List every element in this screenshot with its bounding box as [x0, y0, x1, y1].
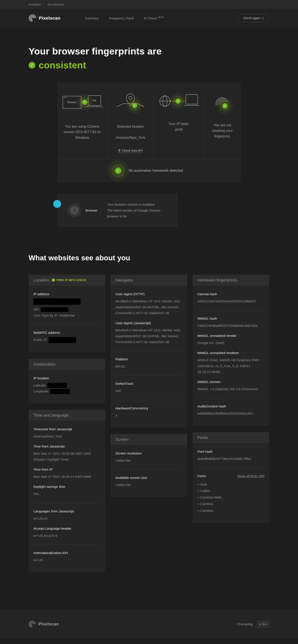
brand-name: Pixelscan: [39, 16, 60, 21]
nav-summary[interactable]: Summary: [85, 16, 99, 20]
column-navigator: Navigator User-Agent (HTTP) Mozilla/5.0 …: [111, 275, 187, 497]
main-header: Pixelscan Summary Frequency check IP Che…: [0, 9, 298, 28]
time-language-card: Time and language Timezone from Javascri…: [29, 410, 105, 572]
alert-accent-shape: [53, 200, 61, 208]
time-ip-row: Time from IP Mon Sep 27 2021 16:04:13 GM…: [33, 468, 100, 480]
ip-address-row: IP address ISP: User Type by IP: residen…: [33, 292, 100, 318]
divider: [197, 468, 264, 468]
nav-ip-check[interactable]: IP CheckBETA: [144, 16, 164, 20]
audiocontext-hash-row: AudioContext hash ba6689f9a1550fb5eef25d…: [197, 404, 264, 416]
font-list-item: + Calibri: [197, 488, 264, 494]
check-geo-api-link[interactable]: Check Geo API: [118, 149, 143, 153]
screen-resolution-row: Screen resolution 1366x768: [115, 452, 182, 464]
check-again-label: Check again: [243, 16, 260, 20]
browser-os-icon: Browser OS ✓: [62, 92, 103, 112]
divider: [115, 351, 182, 351]
hero-section: Your browser fingerprints are ✓ consiste…: [0, 45, 298, 227]
details-columns: Location ✓ FREE IP INFO CHECK IP address…: [29, 275, 269, 572]
font-list-item: + Candara: [197, 508, 264, 514]
webgl-hash-row: WebGL hash 23e917603bad832579268b48c2b87…: [197, 316, 264, 328]
navigator-card-header: Navigator: [111, 275, 187, 286]
changelog-link[interactable]: Changelog: [237, 622, 253, 626]
column-location: Location ✓ FREE IP INFO CHECK IP address…: [29, 275, 105, 572]
automation-status-text: No automation framework detected: [129, 169, 183, 172]
nav-frequency-check[interactable]: Frequency check: [109, 16, 134, 20]
browser-os-check-icon: ✓: [82, 100, 87, 105]
longitude-redacted: [50, 389, 70, 394]
webgl-version-row: WebGL version WebGL 1.0 (OpenGL ES 2.0 C…: [197, 380, 264, 392]
platform-row: Platform Win32: [115, 357, 182, 369]
section-title: What websites see about you: [29, 254, 269, 262]
summary-card-browser-os: Browser OS ✓ You are using Chrome versio…: [57, 92, 107, 160]
summary-card-location: ✓ Detected location - America/New_York C…: [107, 92, 153, 160]
summary-card-browser-os-text: You are using Chrome version 93.0.4577.8…: [63, 124, 101, 140]
hardware-fingerprints-card: Hardware fingerprints Canvas hash c5531c…: [193, 275, 269, 426]
donottrack-row: DoNotTrack null: [115, 382, 182, 394]
consistent-text: consistent: [39, 59, 86, 72]
fonts-card-header: Fonts: [193, 432, 269, 443]
main-nav: Summary Frequency check IP CheckBETA: [85, 16, 164, 20]
automation-status-row: ✓ No automation framework detected: [57, 160, 241, 182]
divider: [197, 398, 264, 398]
summary-cards: Browser OS ✓ You are using Chrome versio…: [57, 82, 241, 160]
intl-api-row: Internationalization API en-US: [33, 551, 100, 563]
canvas-hash-row: Canvas hash c5531c2447eef204c0a1916221d8…: [197, 292, 264, 304]
pixelscan-logo-icon: [29, 14, 36, 22]
geolocation-card-header: Geolocation: [29, 359, 105, 370]
feedback-link[interactable]: Feedback: [29, 3, 41, 6]
svg-text:OS: OS: [93, 99, 96, 102]
fonts-card: Fonts Font hash 3ebeff08bfb247736cc81199…: [193, 432, 269, 523]
footer-logo-icon: [29, 620, 36, 628]
screen-card: Screen Screen resolution 1366x768 Availa…: [111, 434, 187, 497]
nav-ip-check-label: IP Check: [144, 16, 157, 20]
show-all-fonts-link[interactable]: Show all fonts (60): [237, 474, 264, 478]
user-agent-js-row: User-Agent (Javascript) Mozilla/5.0 (Win…: [115, 321, 182, 345]
summary-card-fingerprint-text: You are not masking your fingerprint.: [208, 122, 236, 139]
latitude-redacted: [47, 383, 67, 388]
alert-text: Your browser version is outdated The lat…: [107, 202, 171, 219]
page-title-line1: Your browser fingerprints are: [29, 46, 162, 56]
badge-check-icon: ✓: [52, 278, 55, 282]
user-agent-http-row: User-Agent (HTTP) Mozilla/5.0 (Windows N…: [115, 292, 182, 316]
top-strip: Feedback Our Manifest: [0, 0, 298, 9]
available-screen-row: Available screen size 1366x728: [115, 476, 182, 488]
version-badge: v. 3.8: [256, 620, 269, 628]
divider: [115, 470, 182, 470]
consistent-check-icon: ✓: [29, 62, 35, 69]
summary-card-fingerprint: ✓ You are not masking your fingerprint.: [204, 92, 241, 160]
webgl-vendor-row: WebGL unmasked vendor Google Inc. (Intel…: [197, 334, 264, 346]
location-card: Location ✓ FREE IP INFO CHECK IP address…: [29, 275, 105, 352]
free-ip-check-badge[interactable]: ✓ FREE IP INFO CHECK: [52, 278, 86, 282]
font-hash-row: Font hash 3ebeff08bfb247736cc81199d17fff…: [197, 450, 264, 462]
ip-check-icon: ✓: [175, 98, 181, 104]
our-manifest-link[interactable]: Our Manifest: [48, 3, 64, 6]
accept-language-row: Accept-Language header en-US,en;q=0.9: [33, 526, 100, 538]
public-ip-redacted: [49, 337, 76, 343]
footer-right: Changelog v. 3.8: [237, 620, 269, 628]
globe-laptop-icon: ✓: [158, 92, 199, 110]
fingerprint-check-icon: ✓: [222, 103, 228, 108]
fonts-list-header: Fonts Show all fonts (60): [197, 474, 264, 478]
webrtc-row: WebRTC address Public IP:: [33, 331, 100, 343]
isp-redacted: [41, 307, 68, 312]
fingerprint-icon: ✓: [211, 92, 234, 111]
screen-card-header: Screen: [111, 434, 187, 445]
hardware-concurrency-row: HardwareConcurency 4: [115, 406, 182, 418]
beta-badge: BETA: [158, 16, 164, 18]
fingerprint-summary-panel: Browser OS ✓ You are using Chrome versio…: [57, 82, 241, 182]
ip-location-row: IP location Latitude: Longitude:: [33, 376, 100, 394]
summary-card-ip-text: Your IP looks good: [165, 121, 193, 132]
font-list: + Arial + Calibri + Cambria Math + Cambr…: [197, 481, 264, 514]
location-check-icon: ✓: [132, 103, 137, 108]
time-language-card-header: Time and language: [29, 410, 105, 421]
divider: [33, 503, 100, 503]
pin-icon: [118, 149, 120, 152]
hardware-card-header: Hardware fingerprints: [193, 275, 269, 286]
footer-brand[interactable]: Pixelscan: [29, 620, 59, 628]
geolocation-card: Geolocation IP location Latitude: Longit…: [29, 359, 105, 403]
languages-js-row: Languages from Javascript en-US,en: [33, 509, 100, 521]
check-again-button[interactable]: Check again ▷: [238, 14, 269, 22]
footer: Pixelscan Changelog v. 3.8: [0, 609, 298, 639]
brand-logo[interactable]: Pixelscan: [29, 14, 60, 22]
divider: [115, 400, 182, 400]
